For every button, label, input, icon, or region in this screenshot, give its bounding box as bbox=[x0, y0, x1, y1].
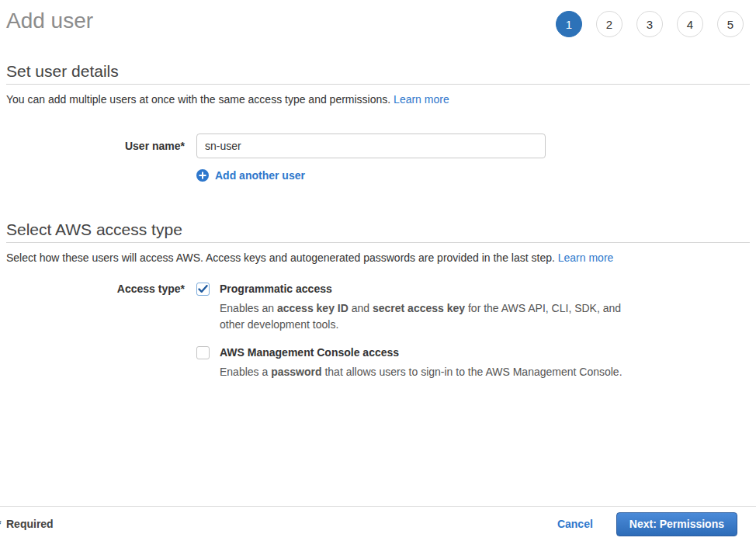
required-asterisk: * bbox=[0, 518, 1, 530]
footer-bar: * Required Cancel Next: Permissions bbox=[0, 506, 756, 541]
access-type-label: Access type* bbox=[0, 282, 196, 380]
cancel-button[interactable]: Cancel bbox=[557, 518, 593, 530]
step-5: 5 bbox=[717, 11, 744, 37]
option-title: Programmatic access bbox=[220, 282, 626, 296]
required-note: Required bbox=[6, 518, 54, 530]
user-name-label: User name* bbox=[0, 134, 196, 158]
access-type-description-text: Select how these users will access AWS. … bbox=[6, 251, 555, 264]
section-heading-access-type: Select AWS access type bbox=[6, 220, 750, 239]
step-indicator: 1 2 3 4 5 bbox=[556, 11, 744, 37]
footer-actions: Cancel Next: Permissions bbox=[557, 512, 737, 536]
check-icon bbox=[198, 285, 208, 293]
option-description: Enables an access key ID and secret acce… bbox=[220, 300, 626, 333]
access-type-section: Select AWS access type Select how these … bbox=[0, 220, 756, 380]
access-type-options: Programmatic access Enables an access ke… bbox=[196, 282, 626, 380]
learn-more-link-user-details[interactable]: Learn more bbox=[394, 93, 449, 106]
step-1: 1 bbox=[556, 11, 582, 37]
add-another-user-label: Add another user bbox=[215, 169, 305, 182]
option-content: AWS Management Console access Enables a … bbox=[220, 345, 622, 380]
add-icon bbox=[196, 169, 209, 182]
page-title: Add user bbox=[6, 8, 93, 34]
console-access-checkbox[interactable] bbox=[196, 346, 210, 359]
learn-more-link-access-type[interactable]: Learn more bbox=[558, 251, 614, 264]
page-header: Add user 1 2 3 4 5 bbox=[0, 0, 756, 37]
option-title: AWS Management Console access bbox=[220, 345, 622, 359]
divider bbox=[6, 84, 750, 85]
option-console-access: AWS Management Console access Enables a … bbox=[196, 345, 626, 380]
user-name-row: User name* bbox=[0, 134, 756, 158]
user-details-description-text: You can add multiple users at once with … bbox=[6, 93, 390, 106]
add-another-user-button[interactable]: Add another user bbox=[196, 169, 756, 182]
user-details-description: You can add multiple users at once with … bbox=[6, 93, 750, 106]
divider bbox=[6, 242, 750, 243]
user-name-input[interactable] bbox=[196, 134, 546, 158]
step-4: 4 bbox=[677, 11, 703, 37]
set-user-details-section: Set user details You can add multiple us… bbox=[0, 62, 756, 182]
step-3: 3 bbox=[636, 11, 663, 37]
access-type-row: Access type* Programmatic access Enables… bbox=[0, 282, 756, 380]
option-content: Programmatic access Enables an access ke… bbox=[220, 282, 626, 333]
add-user-page: Add user 1 2 3 4 5 Set user details You … bbox=[0, 0, 756, 541]
programmatic-access-checkbox[interactable] bbox=[196, 283, 210, 296]
access-type-description: Select how these users will access AWS. … bbox=[6, 251, 750, 265]
section-heading-user-details: Set user details bbox=[6, 62, 750, 81]
step-2: 2 bbox=[596, 11, 622, 37]
option-programmatic-access: Programmatic access Enables an access ke… bbox=[196, 282, 626, 333]
next-permissions-button[interactable]: Next: Permissions bbox=[616, 512, 737, 536]
option-description: Enables a password that allows users to … bbox=[220, 364, 622, 380]
